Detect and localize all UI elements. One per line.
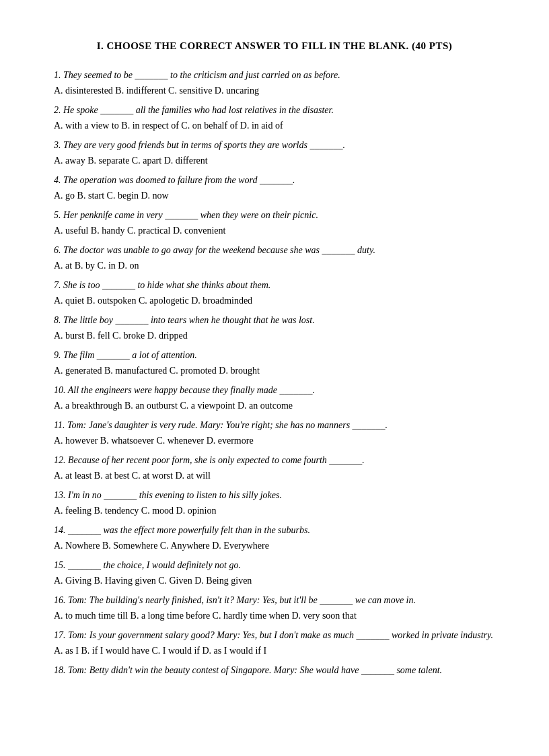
answer-options-16: A. to much time till B. a long time befo… — [54, 609, 495, 623]
question-text-12: 12. Because of her recent poor form, she… — [54, 453, 495, 467]
question-text-4: 4. The operation was doomed to failure f… — [54, 173, 495, 187]
answer-options-15: A. Giving B. Having given C. Given D. Be… — [54, 574, 495, 588]
question-block-13: 13. I'm in no _______ this evening to li… — [54, 488, 495, 518]
question-block-2: 2. He spoke _______ all the families who… — [54, 103, 495, 133]
question-block-4: 4. The operation was doomed to failure f… — [54, 173, 495, 203]
question-block-18: 18. Tom: Betty didn't win the beauty con… — [54, 663, 495, 677]
page-container: I. CHOOSE THE CORRECT ANSWER TO FILL IN … — [54, 40, 495, 677]
question-block-12: 12. Because of her recent poor form, she… — [54, 453, 495, 483]
question-text-16: 16. Tom: The building's nearly finished,… — [54, 593, 495, 607]
question-text-3: 3. They are very good friends but in ter… — [54, 138, 495, 152]
question-block-16: 16. Tom: The building's nearly finished,… — [54, 593, 495, 623]
question-block-7: 7. She is too _______ to hide what she t… — [54, 278, 495, 308]
question-block-14: 14. _______ was the effect more powerful… — [54, 523, 495, 553]
answer-options-9: A. generated B. manufactured C. promoted… — [54, 364, 495, 378]
page-title: I. CHOOSE THE CORRECT ANSWER TO FILL IN … — [54, 40, 495, 52]
question-block-6: 6. The doctor was unable to go away for … — [54, 243, 495, 273]
answer-options-13: A. feeling B. tendency C. mood D. opinio… — [54, 504, 495, 518]
answer-options-17: A. as I B. if I would have C. I would if… — [54, 644, 495, 658]
question-text-13: 13. I'm in no _______ this evening to li… — [54, 488, 495, 502]
question-text-17: 17. Tom: Is your government salary good?… — [54, 628, 495, 642]
question-block-10: 10. All the engineers were happy because… — [54, 383, 495, 413]
answer-options-6: A. at B. by C. in D. on — [54, 259, 495, 273]
question-text-11: 11. Tom: Jane's daughter is very rude. M… — [54, 418, 495, 432]
answer-options-10: A. a breakthrough B. an outburst C. a vi… — [54, 399, 495, 413]
question-text-18: 18. Tom: Betty didn't win the beauty con… — [54, 663, 495, 677]
answer-options-4: A. go B. start C. begin D. now — [54, 188, 495, 203]
question-block-15: 15. _______ the choice, I would definite… — [54, 558, 495, 588]
question-block-5: 5. Her penknife came in very _______ whe… — [54, 208, 495, 238]
question-block-17: 17. Tom: Is your government salary good?… — [54, 628, 495, 658]
question-text-10: 10. All the engineers were happy because… — [54, 383, 495, 397]
answer-options-8: A. burst B. fell C. broke D. dripped — [54, 329, 495, 343]
question-block-3: 3. They are very good friends but in ter… — [54, 138, 495, 168]
question-text-5: 5. Her penknife came in very _______ whe… — [54, 208, 495, 222]
question-text-1: 1. They seemed to be _______ to the crit… — [54, 68, 495, 82]
question-text-15: 15. _______ the choice, I would definite… — [54, 558, 495, 572]
question-text-7: 7. She is too _______ to hide what she t… — [54, 278, 495, 292]
questions-list: 1. They seemed to be _______ to the crit… — [54, 68, 495, 677]
answer-options-3: A. away B. separate C. apart D. differen… — [54, 153, 495, 168]
question-block-1: 1. They seemed to be _______ to the crit… — [54, 68, 495, 98]
question-text-6: 6. The doctor was unable to go away for … — [54, 243, 495, 257]
question-block-9: 9. The film _______ a lot of attention.A… — [54, 348, 495, 378]
answer-options-7: A. quiet B. outspoken C. apologetic D. b… — [54, 294, 495, 308]
answer-options-11: A. however B. whatsoever C. whenever D. … — [54, 434, 495, 448]
question-text-14: 14. _______ was the effect more powerful… — [54, 523, 495, 537]
question-text-9: 9. The film _______ a lot of attention. — [54, 348, 495, 362]
question-text-8: 8. The little boy _______ into tears whe… — [54, 313, 495, 327]
answer-options-14: A. Nowhere B. Somewhere C. Anywhere D. E… — [54, 539, 495, 553]
answer-options-1: A. disinterested B. indifferent C. sensi… — [54, 83, 495, 98]
question-block-8: 8. The little boy _______ into tears whe… — [54, 313, 495, 343]
answer-options-5: A. useful B. handy C. practical D. conve… — [54, 224, 495, 238]
answer-options-2: A. with a view to B. in respect of C. on… — [54, 118, 495, 133]
question-block-11: 11. Tom: Jane's daughter is very rude. M… — [54, 418, 495, 448]
question-text-2: 2. He spoke _______ all the families who… — [54, 103, 495, 117]
answer-options-12: A. at least B. at best C. at worst D. at… — [54, 469, 495, 483]
